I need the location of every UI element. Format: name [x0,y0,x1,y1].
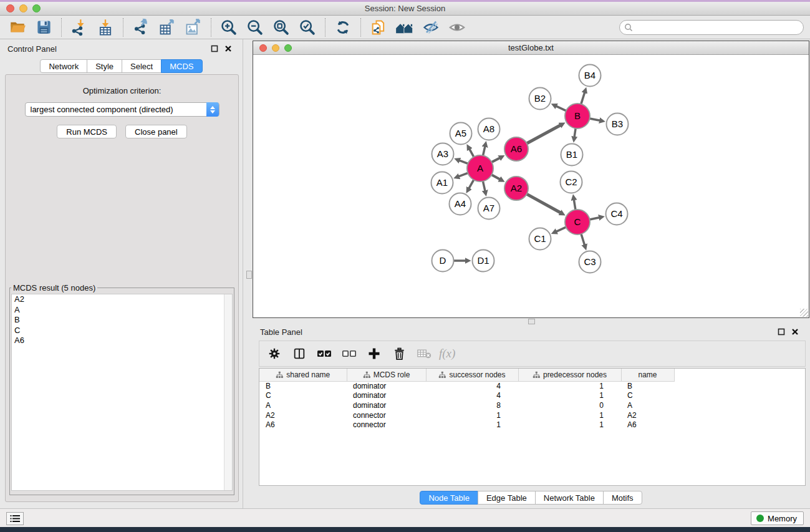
edge-C-C3[interactable] [581,234,585,245]
edge-B-B3[interactable] [590,118,600,120]
tab-motifs[interactable]: Motifs [603,491,642,505]
show-panels-button[interactable] [6,512,24,525]
tab-style[interactable]: Style [87,59,122,73]
import-table-button[interactable] [95,17,115,37]
table-cell[interactable]: A6 [259,420,347,430]
table-cell[interactable]: 1 [518,410,621,420]
mcds-result-list[interactable]: A2ABCA6 [11,294,233,491]
close-table-panel-button[interactable] [788,328,802,336]
zoom-out-button[interactable] [245,17,265,37]
edge-B-B4[interactable] [581,92,585,104]
column-header-name[interactable]: name [621,369,674,381]
memory-button[interactable]: Memory [751,511,804,525]
edge-A-A5[interactable] [470,149,474,157]
export-image-button[interactable] [183,17,203,37]
edge-A-A1[interactable] [459,173,468,177]
edge-B-B1[interactable] [574,128,576,137]
function-builder-button[interactable]: f(x) [439,347,455,360]
table-options-button[interactable] [264,344,284,364]
table-row[interactable]: Adominator80A [259,400,674,410]
mcds-result-item[interactable]: A [12,305,232,316]
table-cell[interactable]: A2 [621,410,674,420]
column-header-successor-nodes[interactable]: successor nodes [426,369,518,381]
table-cell[interactable]: 4 [426,391,518,401]
table-cell[interactable]: connector [347,420,426,430]
table-cell[interactable]: A2 [259,410,347,420]
edge-C-C4[interactable] [590,218,600,220]
tab-edge-table[interactable]: Edge Table [478,491,536,505]
select-all-columns-button[interactable] [314,344,334,364]
open-session-button[interactable] [7,17,27,37]
edge-A-A7[interactable] [483,181,485,191]
tab-select[interactable]: Select [122,59,162,73]
table-cell[interactable]: A [259,400,347,410]
scrollbar-track[interactable] [224,294,232,490]
tab-network[interactable]: Network [40,59,87,73]
table-row[interactable]: A2connector11A2 [259,410,674,420]
edge-A-A6[interactable] [492,158,500,162]
tab-network-table[interactable]: Network Table [535,491,604,505]
tab-node-table[interactable]: Node Table [420,491,478,505]
table-cell[interactable]: dominator [347,381,426,391]
delete-table-button[interactable] [414,344,434,364]
node-table-grid[interactable]: shared nameMCDS rolesuccessor nodesprede… [259,369,675,430]
close-panel-button[interactable] [221,45,235,52]
close-panel-action-button[interactable]: Close panel [125,125,187,138]
table-cell[interactable]: B [621,381,674,391]
show-all-button[interactable] [447,17,467,37]
resize-grip-icon[interactable] [800,309,808,317]
table-cell[interactable]: C [621,391,674,401]
criterion-select[interactable]: largest connected component (directed) [25,102,219,117]
column-header-shared-name[interactable]: shared name [259,369,347,381]
search-input[interactable] [619,20,804,35]
mcds-result-item[interactable]: C [12,326,232,336]
float-panel-button[interactable] [208,45,221,52]
delete-columns-button[interactable] [389,344,409,364]
table-cell[interactable]: 1 [518,420,621,430]
table-cell[interactable]: 1 [426,410,518,420]
table-cell[interactable]: 1 [518,391,621,401]
frame-handle-bottom[interactable] [528,319,535,324]
edge-A2-C[interactable] [527,194,561,213]
table-cell[interactable]: 1 [518,381,621,391]
edge-A6-B[interactable] [527,125,561,143]
zoom-selected-button[interactable] [297,17,317,37]
table-cell[interactable]: C [259,391,347,401]
column-header-MCDS-role[interactable]: MCDS role [347,369,426,381]
table-cell[interactable]: 8 [426,400,518,410]
table-row[interactable]: Cdominator41C [259,391,674,401]
edge-C-C2[interactable] [574,200,576,210]
tab-mcds[interactable]: MCDS [161,59,202,73]
float-table-panel-button[interactable] [774,328,788,336]
run-mcds-button[interactable]: Run MCDS [57,125,117,138]
table-cell[interactable]: connector [347,410,426,420]
zoom-fit-button[interactable] [271,17,291,37]
import-network-button[interactable] [69,17,89,37]
hide-selected-button[interactable] [421,17,441,37]
create-column-button[interactable] [364,344,384,364]
column-header-predecessor-nodes[interactable]: predecessor nodes [518,369,621,381]
table-row[interactable]: A6connector11A6 [259,420,674,430]
network-canvas[interactable]: B4B2BB3A8A5A6A3B1AC2A1A2A4A7C4CC1DD1C3 [253,56,809,317]
table-cell[interactable]: B [259,381,347,391]
export-table-button[interactable] [157,17,177,37]
mcds-result-item[interactable]: A6 [12,336,232,346]
table-cell[interactable]: 0 [518,400,621,410]
table-cell[interactable]: dominator [347,400,426,410]
mcds-result-item[interactable]: A2 [12,294,232,305]
save-session-button[interactable] [34,17,54,37]
edge-A-A2[interactable] [491,175,499,179]
apply-layout-button[interactable] [333,17,353,37]
edge-A-A3[interactable] [460,160,468,163]
export-network-button[interactable] [131,17,151,37]
edge-C-C1[interactable] [556,227,566,231]
table-cell[interactable]: 4 [426,381,518,391]
new-network-from-selection-button[interactable] [369,17,388,37]
edge-A-A8[interactable] [483,147,485,156]
table-cell[interactable]: A6 [621,420,674,430]
table-cell[interactable]: A [621,400,674,410]
edge-B-B2[interactable] [556,106,566,110]
deselect-all-columns-button[interactable] [339,344,359,364]
table-cell[interactable]: 1 [426,420,518,430]
show-columns-button[interactable] [289,344,309,364]
